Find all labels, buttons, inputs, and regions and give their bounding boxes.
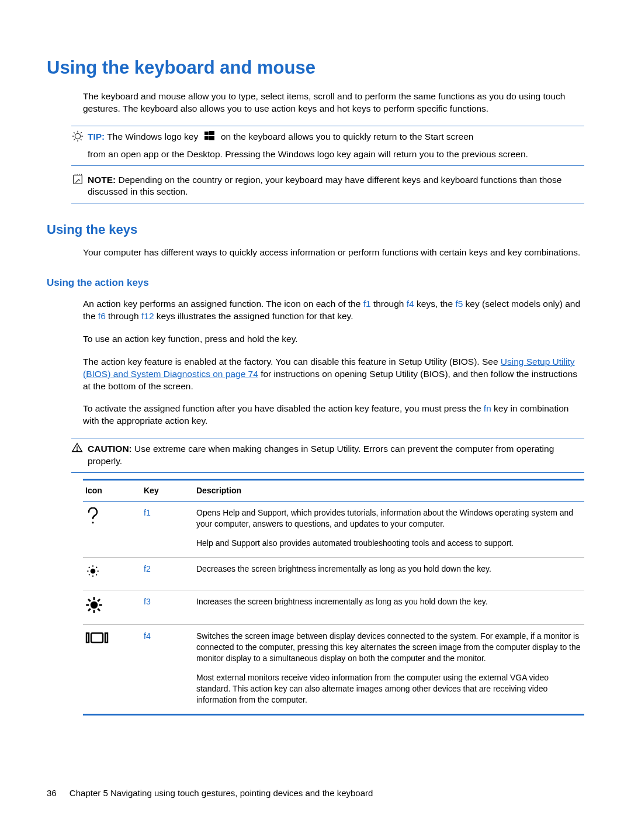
svg-rect-2: [209, 131, 214, 135]
note-label: NOTE:: [88, 175, 116, 185]
note-text: Depending on the country or region, your…: [88, 175, 561, 197]
switch-display-icon: [85, 637, 109, 647]
key-cell: f2: [141, 557, 194, 590]
caution-text: Use extreme care when making changes in …: [88, 444, 554, 466]
svg-point-8: [92, 521, 93, 523]
chapter-title: Chapter 5 Navigating using touch gesture…: [70, 788, 373, 798]
help-icon: [85, 517, 100, 527]
svg-line-25: [88, 609, 91, 611]
keys-intro: Your computer has different ways to quic…: [83, 247, 584, 259]
action-p2: To use an action key function, press and…: [83, 333, 584, 345]
heading-keys: Using the keys: [47, 221, 584, 238]
svg-point-9: [91, 568, 96, 573]
svg-point-0: [75, 133, 80, 139]
key-cell: f1: [141, 502, 194, 558]
tip-text-2: on the keyboard allows you to quickly re…: [221, 132, 474, 141]
page-footer: 36 Chapter 5 Navigating using touch gest…: [47, 787, 373, 799]
svg-line-15: [96, 574, 97, 575]
key-cell: f3: [141, 590, 194, 625]
tip-icon: [71, 130, 84, 143]
note-callout: NOTE: Depending on the country or region…: [71, 170, 584, 204]
action-p4: To activate the assigned function after …: [83, 403, 584, 427]
svg-point-7: [77, 450, 77, 451]
action-p3: The action key feature is enabled at the…: [83, 356, 584, 393]
caution-icon: [71, 442, 84, 455]
svg-rect-27: [86, 633, 89, 642]
action-keys-table: Icon Key Description f1 Opens Help an: [83, 479, 584, 715]
heading-action-keys: Using the action keys: [47, 276, 584, 290]
svg-point-18: [91, 601, 98, 609]
table-row: f1 Opens Help and Support, which provide…: [83, 502, 584, 558]
svg-rect-5: [74, 175, 82, 184]
tip-text-3: from an open app or the Desktop. Pressin…: [88, 148, 584, 161]
svg-rect-3: [204, 136, 209, 140]
table-row: f3 Increases the screen brightness incre…: [83, 590, 584, 625]
svg-line-16: [89, 574, 90, 575]
action-p1: An action key performs an assigned funct…: [83, 298, 584, 323]
brightness-down-icon: [85, 571, 100, 580]
key-cell: f4: [141, 625, 194, 714]
tip-label: TIP:: [88, 132, 105, 141]
svg-line-24: [98, 609, 100, 611]
svg-rect-4: [209, 136, 214, 140]
page-number: 36: [47, 788, 57, 798]
desc-cell: Opens Help and Support, which provides t…: [194, 502, 584, 558]
table-row: f2 Decreases the screen brightness incre…: [83, 557, 584, 590]
desc-cell: Increases the screen brightness incremen…: [194, 590, 584, 625]
table-row: f4 Switches the screen image between dis…: [83, 625, 584, 714]
note-icon: [71, 173, 84, 186]
svg-line-26: [98, 599, 100, 602]
svg-rect-1: [204, 132, 209, 135]
svg-rect-29: [105, 633, 108, 642]
heading-main: Using the keyboard and mouse: [47, 56, 584, 80]
svg-line-17: [96, 567, 97, 568]
svg-line-23: [88, 599, 91, 602]
intro-paragraph: The keyboard and mouse allow you to type…: [83, 91, 584, 115]
caution-callout: CAUTION: Use extreme care when making ch…: [71, 438, 584, 473]
svg-line-14: [89, 567, 90, 568]
tip-callout: TIP: The Windows logo key on the keyboar…: [71, 126, 584, 166]
tip-text-1: The Windows logo key: [107, 132, 198, 141]
th-desc: Description: [194, 480, 584, 502]
windows-logo-icon: [204, 131, 215, 144]
th-key: Key: [141, 480, 194, 502]
desc-cell: Decreases the screen brightness incremen…: [194, 557, 584, 590]
desc-cell: Switches the screen image between displa…: [194, 625, 584, 714]
caution-label: CAUTION:: [88, 444, 132, 454]
brightness-up-icon: [85, 606, 103, 616]
svg-rect-28: [91, 633, 103, 642]
th-icon: Icon: [83, 480, 141, 502]
